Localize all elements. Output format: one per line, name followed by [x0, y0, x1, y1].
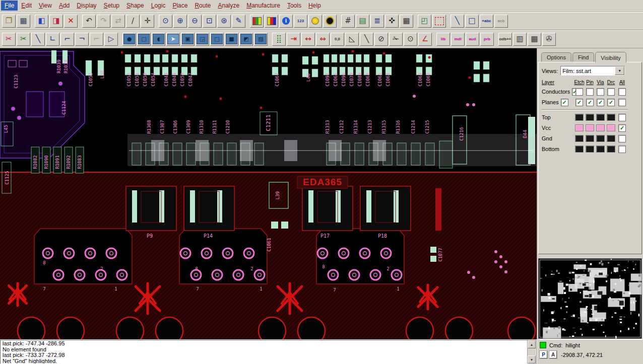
planes-via-checkbox[interactable]: ✓ — [597, 99, 604, 106]
gnd-via-swatch[interactable] — [596, 135, 605, 142]
shape-oval-button[interactable]: ◖ — [152, 33, 165, 46]
absolute-mode-button[interactable]: A — [549, 351, 557, 358]
cut-net-button[interactable]: ✂ — [17, 33, 30, 46]
vcc-drc-swatch[interactable] — [607, 124, 615, 131]
bottom-all-checkbox[interactable] — [618, 145, 626, 153]
top-via-swatch[interactable] — [596, 114, 605, 121]
menu-item-shape[interactable]: Shape — [123, 1, 148, 11]
shape-rounded-button[interactable]: ▢ — [137, 33, 151, 46]
menu-item-manufacture[interactable]: Manufacture — [243, 1, 284, 11]
odb-button[interactable]: odb++ — [498, 33, 512, 46]
snapshot-button[interactable]: ✇ — [542, 33, 556, 46]
conductors-drc-checkbox[interactable] — [607, 88, 615, 96]
place-module-button[interactable]: ◨ — [49, 15, 63, 28]
no-probe-button[interactable]: ⊘ — [374, 33, 388, 46]
conductors-via-checkbox[interactable] — [597, 88, 604, 96]
vcc-pin-swatch[interactable] — [586, 124, 594, 131]
conductors-all-checkbox[interactable] — [618, 88, 626, 96]
minimap[interactable] — [538, 258, 642, 339]
redo-button[interactable]: ↷ — [97, 15, 110, 28]
angle-button[interactable]: ∠ — [418, 33, 432, 46]
gnd-etch-swatch[interactable] — [575, 135, 584, 142]
zoom-edit-button[interactable]: ✎ — [232, 15, 245, 28]
conductors-pin-checkbox[interactable] — [586, 88, 594, 96]
menu-item-edit[interactable]: Edit — [18, 1, 35, 11]
zoom-fit-button[interactable]: ⊡ — [203, 15, 216, 28]
open-file-button[interactable]: ❐ — [2, 15, 16, 28]
swap-gray-button[interactable]: ⇄ — [111, 15, 125, 28]
dim-chain-button[interactable]: ⇔ — [316, 33, 330, 46]
menu-item-help[interactable]: Help — [305, 1, 325, 11]
bottom-pin-swatch[interactable] — [586, 145, 594, 153]
zoom-out-button[interactable]: ⊖ — [188, 15, 202, 28]
shape-square-button[interactable]: □ — [210, 33, 224, 46]
planes-all-checkbox[interactable] — [618, 99, 626, 106]
tab-visibility[interactable]: Visibility — [595, 52, 626, 62]
menu-item-display[interactable]: Display — [73, 1, 100, 11]
origin-button[interactable]: 0,0 — [331, 33, 344, 46]
add-slant-button[interactable]: ╲ — [31, 33, 45, 46]
mdl-button[interactable]: mdl — [451, 33, 465, 46]
gnd-all-checkbox[interactable] — [618, 135, 626, 142]
probe-button[interactable]: ⊙ — [404, 33, 417, 46]
top-all-checkbox[interactable] — [618, 114, 626, 121]
bottom-drc-swatch[interactable] — [607, 145, 615, 153]
bend-mirror-button[interactable]: ⌐ — [90, 33, 103, 46]
shape-frame-button[interactable]: ▣ — [181, 33, 195, 46]
numbers-button[interactable]: 123 — [294, 15, 307, 28]
shape-hatch-button[interactable]: ▨ — [254, 33, 268, 46]
cut-arc-button[interactable]: ✁ — [389, 33, 403, 46]
add-text-button[interactable]: +abc — [480, 15, 493, 28]
shape-blob-button[interactable]: ● — [122, 33, 136, 46]
grid-toggle-button[interactable]: # — [341, 15, 355, 28]
dim-linear-button[interactable]: ↔ — [301, 33, 315, 46]
scroll-down-icon[interactable]: ▼ — [528, 355, 536, 363]
planes-pin-checkbox[interactable]: ✓ — [586, 99, 594, 106]
lib-button[interactable]: lib — [436, 33, 450, 46]
slide-button[interactable]: ∕ — [126, 15, 140, 28]
save-button[interactable]: ▦ — [17, 15, 30, 28]
pin-button[interactable]: ✛ — [141, 15, 154, 28]
menu-item-setup[interactable]: Setup — [100, 1, 123, 11]
net-highlight-button[interactable] — [432, 15, 446, 28]
info-button[interactable]: i — [279, 15, 293, 28]
zoom-in-button[interactable]: ⊕ — [173, 15, 187, 28]
tab-options[interactable]: Options — [541, 52, 571, 62]
menu-item-add[interactable]: Add — [55, 1, 73, 11]
top-pin-swatch[interactable] — [586, 114, 594, 121]
scroll-up-icon[interactable]: ▲ — [528, 340, 536, 348]
shape-slant-button[interactable]: ◩ — [239, 33, 253, 46]
route-arrow-button[interactable]: ▷ — [104, 33, 118, 46]
menu-item-place[interactable]: Place — [169, 1, 191, 11]
top-drc-swatch[interactable] — [607, 114, 615, 121]
add-line-button[interactable]: ╲ — [451, 15, 464, 28]
slant-line-button[interactable]: ╲ — [360, 33, 373, 46]
measure-x-button[interactable]: ⇥ — [287, 33, 300, 46]
bend-up-button[interactable]: ⌐ — [60, 33, 74, 46]
pcb-canvas[interactable]: EDA365R1039R1034C1123C1124L45C1125C1052L… — [0, 48, 537, 339]
pick-mode-button[interactable]: P — [540, 351, 547, 358]
color-palette-button[interactable] — [250, 15, 264, 28]
dehighlight-button[interactable] — [323, 15, 337, 28]
zoom-world-button[interactable]: ⊛ — [217, 15, 231, 28]
shape-fill-button[interactable]: ■ — [225, 33, 238, 46]
grid-dots-button[interactable]: ⣿ — [272, 33, 286, 46]
gnd-drc-swatch[interactable] — [607, 135, 615, 142]
menu-item-tools[interactable]: Tools — [284, 1, 305, 11]
cut-trace-button[interactable]: ✂ — [2, 33, 16, 46]
planes-etch-checkbox[interactable]: ✓ — [575, 99, 583, 106]
measure-button[interactable]: ✜ — [385, 15, 399, 28]
planes-enable-checkbox[interactable]: ✓ — [561, 99, 568, 106]
highlight-button[interactable] — [308, 15, 322, 28]
prb-button[interactable]: prb — [480, 33, 494, 46]
vcc-all-checkbox[interactable]: ✓ — [618, 124, 626, 132]
bottom-etch-swatch[interactable] — [575, 145, 584, 153]
angle-ruler-button[interactable]: ◺ — [345, 33, 359, 46]
drill-table-button[interactable]: ▦ — [528, 33, 541, 46]
stackup-button[interactable]: ▤ — [356, 15, 369, 28]
drill-legend-button[interactable]: ▥ — [513, 33, 527, 46]
gnd-pin-swatch[interactable] — [586, 135, 594, 142]
edit-text-button[interactable]: acb — [494, 15, 508, 28]
menu-item-route[interactable]: Route — [191, 1, 214, 11]
message-scrollbar[interactable]: ▲ ▼ — [527, 340, 536, 363]
